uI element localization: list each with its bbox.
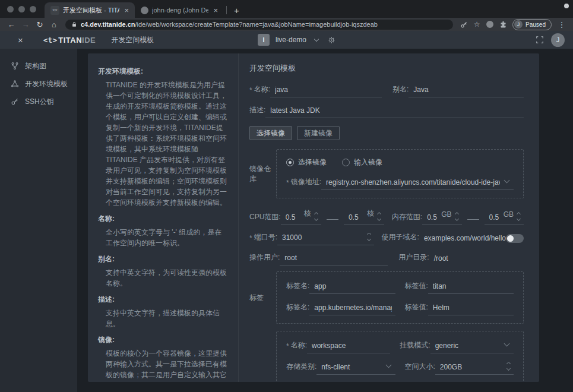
browser-menu-icon[interactable]: ⋮ xyxy=(555,20,568,29)
volume-name-label: 名称: xyxy=(291,340,307,353)
close-window-icon[interactable] xyxy=(7,6,14,12)
back-icon[interactable]: ← xyxy=(5,20,18,29)
form-column: 开发空间模板 * 名称: java 别名: Java 描述: latest Ja… xyxy=(239,53,539,382)
toggle-knob xyxy=(507,235,514,242)
user-dir-value: /root xyxy=(429,254,448,265)
label-name-label: 标签名: xyxy=(286,281,309,294)
sync-status: Paused xyxy=(525,21,546,28)
close-panel-icon[interactable]: × xyxy=(18,35,23,45)
radio-input-image[interactable]: 输入镜像 xyxy=(342,157,382,167)
browser-tab-github[interactable]: john-deng (John Deng) - GitHu × xyxy=(135,2,224,18)
subdomain-toggle[interactable] xyxy=(506,234,524,243)
bookmark-star-icon[interactable]: ☆ xyxy=(471,20,483,29)
tab-separator xyxy=(226,6,227,14)
volume-name-input[interactable]: workspace xyxy=(307,342,390,353)
settings-gear-icon[interactable] xyxy=(328,36,335,44)
label-name-input[interactable]: app xyxy=(309,282,395,294)
browser-profile-button[interactable]: J Paused xyxy=(512,19,552,30)
workspace-switcher[interactable]: l live-demo xyxy=(258,34,335,46)
chevron-down-icon xyxy=(314,36,319,41)
cpu-unit: 核 xyxy=(367,208,374,222)
tab-title: john-deng (John Deng) - GitHu xyxy=(152,7,208,14)
mount-mode-select[interactable]: generic xyxy=(430,342,514,353)
doc-heading: 开发环境模板: xyxy=(98,67,229,77)
label-value-input[interactable]: titan xyxy=(428,282,514,294)
extensions-puzzle-icon[interactable] xyxy=(497,21,509,29)
required-mark: * xyxy=(249,234,252,245)
name-label: 名称: xyxy=(254,84,270,97)
alias-input[interactable]: Java xyxy=(409,86,524,97)
home-icon[interactable]: ⌂ xyxy=(48,20,61,29)
url-path: /ide/web/workspace/createTemplate?name=j… xyxy=(135,21,378,28)
description-label: 描述: xyxy=(249,105,265,118)
doc-heading: 别名: xyxy=(98,254,229,264)
image-address-label: 镜像地址: xyxy=(291,177,321,190)
stepper-icon[interactable] xyxy=(368,233,371,242)
size-input[interactable]: 200GB xyxy=(435,362,514,375)
page-title: 开发空间模板 xyxy=(111,35,154,45)
titanide-logo: <t> TITAN IDE xyxy=(43,36,96,45)
storage-class-select[interactable]: nfs-client xyxy=(316,363,395,375)
form-title: 开发空间模板 xyxy=(249,63,524,74)
github-favicon-icon xyxy=(141,7,148,14)
close-tab-icon[interactable]: × xyxy=(123,7,130,14)
window-controls[interactable] xyxy=(0,0,45,18)
create-image-button[interactable]: 新建镜像 xyxy=(297,126,340,140)
cpu-min-input[interactable]: 0.5核 xyxy=(281,208,321,225)
main-area: 开发环境模板: TITANIDE 的开发环境模板是为用户提供一个可定制化的环境模… xyxy=(77,49,573,392)
extension-circle-icon[interactable] xyxy=(484,21,496,28)
size-label: 空间大小: xyxy=(405,362,435,375)
radio-on-icon xyxy=(286,159,294,166)
storage-class-label: 存储类别: xyxy=(286,362,316,375)
port-input[interactable]: 31000 xyxy=(277,233,374,245)
password-key-icon[interactable] xyxy=(458,21,470,29)
required-mark: * xyxy=(249,86,252,97)
image-address-select[interactable]: registry.cn-shenzhen.aliyuncs.com/titani… xyxy=(321,178,514,190)
stepper-icon[interactable] xyxy=(315,213,318,222)
minimize-window-icon[interactable] xyxy=(18,6,25,12)
radio-label: 输入镜像 xyxy=(354,157,382,167)
logo-sub: IDE xyxy=(82,36,96,45)
reload-icon[interactable]: ↻ xyxy=(33,20,46,29)
required-mark: * xyxy=(286,342,289,353)
stepper-icon[interactable] xyxy=(455,213,458,222)
new-tab-button[interactable]: + xyxy=(229,5,244,18)
memory-max-input[interactable]: 0.5GB xyxy=(485,210,524,225)
sidebar-item-architecture[interactable]: 架构图 xyxy=(0,57,77,75)
memory-label: 内存范围: xyxy=(392,212,422,225)
user-avatar[interactable]: J xyxy=(551,33,565,47)
radio-select-image[interactable]: 选择镜像 xyxy=(286,157,327,167)
mount-mode-label: 挂载模式: xyxy=(400,340,430,353)
select-image-button[interactable]: 选择镜像 xyxy=(249,126,292,140)
description-input[interactable]: latest Java JDK xyxy=(265,106,524,118)
stepper-icon[interactable] xyxy=(507,362,510,371)
sidebar-item-dev-template[interactable]: 开发环境模板 xyxy=(0,75,77,93)
logo-bracket: <t> xyxy=(43,36,57,45)
range-dash xyxy=(467,219,479,220)
name-input[interactable]: java xyxy=(270,86,382,97)
doc-heading: 描述: xyxy=(98,295,229,305)
tab-title: 开发空间模板 - TITANIDE xyxy=(63,6,119,15)
memory-unit: GB xyxy=(504,210,514,222)
close-tab-icon[interactable]: × xyxy=(212,7,219,14)
op-user-input[interactable]: root xyxy=(280,254,388,265)
sidebar-item-ssh-key[interactable]: SSH公钥 xyxy=(0,93,77,110)
stepper-icon[interactable] xyxy=(517,213,520,222)
label-value-input[interactable]: Helm xyxy=(428,304,514,315)
workspace-name: live-demo xyxy=(276,36,306,44)
maximize-window-icon[interactable] xyxy=(30,6,36,12)
browser-tab-active[interactable]: <> 开发空间模板 - TITANIDE × xyxy=(45,2,135,18)
address-bar[interactable]: c4.dev.titanide.cn/ide/web/workspace/cre… xyxy=(65,20,453,30)
screen: <> 开发空间模板 - TITANIDE × john-deng (John D… xyxy=(0,0,573,392)
labels-group-label: 标签 xyxy=(249,293,276,303)
memory-min-input[interactable]: 0.5GB xyxy=(422,210,461,225)
label-value-label: 标签值: xyxy=(405,302,428,315)
stepper-icon[interactable] xyxy=(378,213,381,222)
label-name-input[interactable]: app.kubernetes.io/managed-by xyxy=(309,304,395,315)
fullscreen-icon[interactable] xyxy=(536,36,544,44)
alias-label: 别名: xyxy=(392,84,409,97)
cpu-unit: 核 xyxy=(304,208,311,222)
storage-group: * 名称: workspace 挂载模式: generic xyxy=(276,331,524,382)
cpu-max-input[interactable]: 0.5核 xyxy=(344,208,384,225)
forward-icon[interactable]: → xyxy=(19,20,32,29)
